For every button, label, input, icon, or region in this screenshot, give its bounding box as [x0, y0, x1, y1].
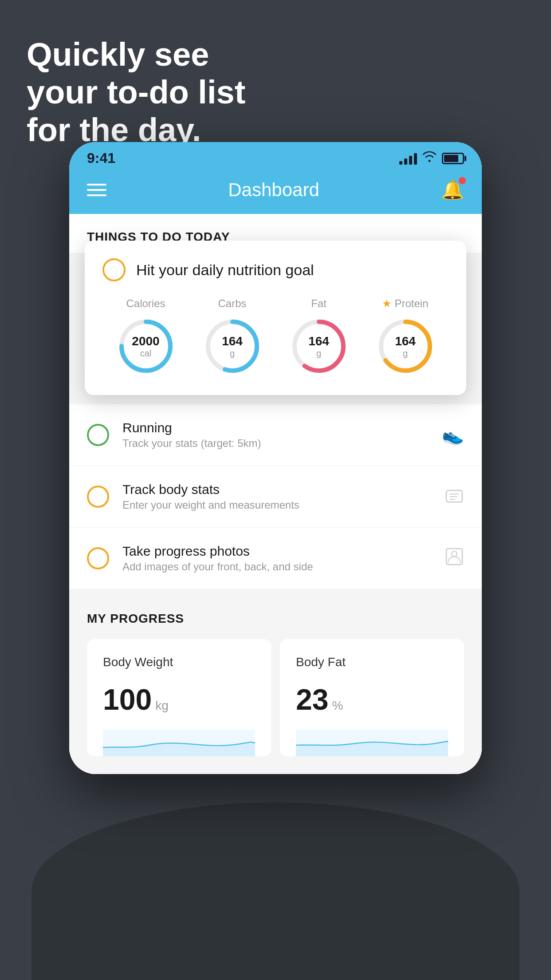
todo-running-title: Running: [122, 420, 429, 435]
nutrition-title: Hit your daily nutrition goal: [136, 261, 314, 279]
macro-protein-label: ★ Protein: [382, 297, 428, 310]
body-fat-chart: [296, 730, 448, 756]
todo-photos-subtitle: Add images of your front, back, and side: [122, 561, 431, 573]
bell-icon[interactable]: 🔔: [441, 179, 464, 201]
macro-carbs: Carbs 164 g: [201, 297, 264, 377]
fat-value: 164: [308, 334, 329, 348]
macro-fat: Fat 164 g: [288, 297, 350, 377]
body-weight-chart: [103, 730, 255, 756]
phone: 9:41: [69, 142, 482, 774]
macro-fat-label: Fat: [311, 297, 327, 310]
protein-donut: 164 g: [374, 315, 437, 377]
macro-carbs-label: Carbs: [218, 297, 246, 310]
progress-section-title: MY PROGRESS: [87, 612, 464, 626]
running-icon: 👟: [442, 425, 464, 446]
todo-bodystats-checkbox[interactable]: [87, 486, 109, 508]
signal-bars-icon: [399, 152, 417, 165]
todo-running-text: Running Track your stats (target: 5km): [122, 420, 429, 450]
phone-content: THINGS TO DO TODAY Hit your daily nutrit…: [69, 214, 482, 774]
macro-calories-label: Calories: [126, 297, 165, 310]
nav-title: Dashboard: [228, 179, 319, 201]
scale-icon: [445, 485, 464, 509]
status-icons: [399, 151, 464, 166]
battery-icon: [442, 153, 464, 164]
star-icon: ★: [382, 297, 392, 310]
calories-unit: cal: [132, 348, 159, 359]
body-fat-card: Body Fat 23 %: [280, 639, 464, 756]
carbs-unit: g: [222, 348, 243, 359]
body-weight-value: 100 kg: [103, 683, 255, 716]
nutrition-card-header: Hit your daily nutrition goal: [102, 258, 449, 281]
nutrition-card: Hit your daily nutrition goal Calories: [85, 241, 466, 395]
todo-running-checkbox[interactable]: [87, 424, 109, 446]
nutrition-macros: Calories 2000 cal: [102, 297, 449, 377]
progress-section: MY PROGRESS Body Weight 100 kg: [69, 589, 482, 774]
todo-section: Running Track your stats (target: 5km) 👟…: [69, 404, 482, 774]
todo-running[interactable]: Running Track your stats (target: 5km) 👟: [69, 404, 482, 466]
body-fat-title: Body Fat: [296, 655, 448, 669]
carbs-donut: 164 g: [201, 315, 264, 377]
protein-unit: g: [395, 348, 416, 359]
bg-shape: [31, 802, 520, 980]
fat-unit: g: [308, 348, 329, 359]
calories-value: 2000: [132, 334, 159, 348]
protein-value: 164: [395, 334, 416, 348]
person-icon: [445, 547, 464, 570]
fat-donut: 164 g: [288, 315, 350, 377]
todo-photos-title: Take progress photos: [122, 544, 431, 559]
phone-wrapper: 9:41: [69, 142, 482, 774]
todo-running-subtitle: Track your stats (target: 5km): [122, 437, 429, 450]
body-fat-unit: %: [332, 699, 343, 713]
hamburger-button[interactable]: [87, 184, 106, 196]
body-weight-title: Body Weight: [103, 655, 255, 669]
todo-photos-text: Take progress photos Add images of your …: [122, 544, 431, 573]
todo-progress-photos[interactable]: Take progress photos Add images of your …: [69, 528, 482, 589]
todo-bodystats-title: Track body stats: [122, 482, 431, 497]
todo-photos-checkbox[interactable]: [87, 547, 109, 569]
body-weight-unit: kg: [155, 699, 169, 713]
macro-protein: ★ Protein 164 g: [374, 297, 437, 377]
body-fat-value: 23 %: [296, 683, 448, 716]
todo-bodystats-text: Track body stats Enter your weight and m…: [122, 482, 431, 511]
status-time: 9:41: [87, 150, 115, 166]
wifi-icon: [422, 151, 437, 166]
status-bar: 9:41: [69, 142, 482, 170]
svg-point-13: [452, 551, 457, 557]
progress-cards: Body Weight 100 kg: [87, 639, 464, 756]
nav-bar: Dashboard 🔔: [69, 170, 482, 214]
todo-body-stats[interactable]: Track body stats Enter your weight and m…: [69, 466, 482, 528]
notification-dot: [459, 177, 466, 184]
carbs-value: 164: [222, 334, 243, 348]
nutrition-checkbox[interactable]: [102, 258, 126, 281]
hero-text: Quickly see your to-do list for the day.: [27, 36, 245, 149]
body-weight-card: Body Weight 100 kg: [87, 639, 271, 756]
calories-donut: 2000 cal: [115, 315, 177, 377]
body-weight-number: 100: [103, 683, 152, 716]
todo-bodystats-subtitle: Enter your weight and measurements: [122, 499, 431, 511]
body-fat-number: 23: [296, 683, 328, 716]
macro-calories: Calories 2000 cal: [115, 297, 177, 377]
